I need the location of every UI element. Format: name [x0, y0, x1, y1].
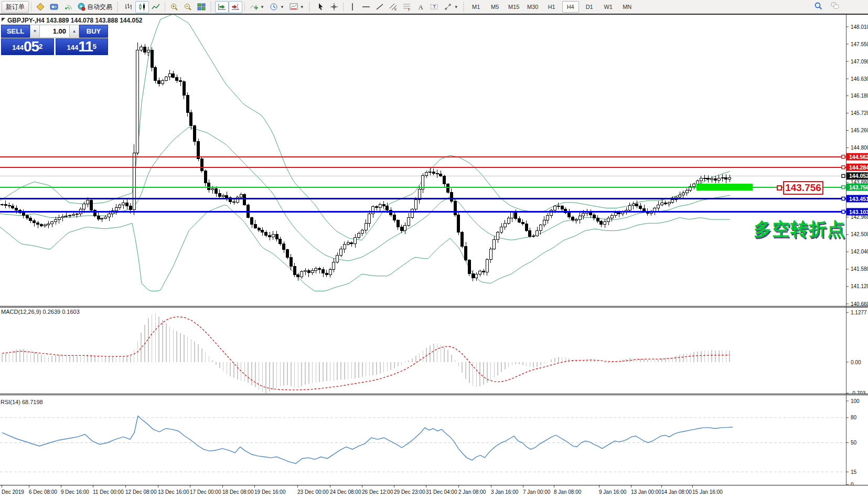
- svg-text:A: A: [418, 3, 423, 11]
- time-label: 14 Jan 08:00: [661, 489, 692, 495]
- indicators-icon: [250, 3, 258, 11]
- pane-separator[interactable]: [0, 394, 868, 394]
- pane-separator[interactable]: [0, 306, 868, 306]
- timeframe-M15[interactable]: M15: [506, 1, 522, 13]
- chart-bars-button[interactable]: [122, 1, 135, 13]
- bollinger-lower-band[interactable]: [0, 205, 730, 291]
- text-tool-button[interactable]: A: [414, 1, 427, 13]
- equidistant-channel-button[interactable]: E: [387, 1, 400, 13]
- buy-price[interactable]: 144115: [56, 38, 109, 55]
- buy-button[interactable]: BUY: [79, 25, 108, 38]
- rsi-tick: 100: [851, 398, 860, 404]
- sell-button[interactable]: SELL: [1, 25, 30, 38]
- time-tick: [29, 485, 29, 488]
- toolbar-separator: [244, 2, 245, 12]
- time-tick: [631, 485, 631, 488]
- svg-text:T: T: [433, 4, 436, 9]
- main-chart-pane[interactable]: 148.010147.550147.090146.630146.180145.7…: [0, 15, 868, 306]
- search-icon[interactable]: [814, 2, 822, 10]
- rsi-tick: 15: [851, 469, 857, 475]
- trendline-button[interactable]: [373, 1, 387, 13]
- templates-icon: [290, 3, 298, 11]
- price-tick: 147.550: [851, 41, 868, 47]
- signals-button[interactable]: [61, 1, 74, 13]
- sell-price-figure: 144: [12, 41, 24, 54]
- macd-signal-line[interactable]: [2, 317, 730, 390]
- chart-context-arrow-icon[interactable]: [2, 18, 5, 22]
- arrows-button[interactable]: ▼: [441, 1, 461, 13]
- time-label: 13 Jan 00:00: [631, 489, 661, 495]
- vertical-line-icon: [348, 3, 357, 11]
- bollinger-upper-band[interactable]: [0, 15, 730, 240]
- macd-tick: 0.00: [851, 359, 861, 365]
- fibonacci-button[interactable]: F: [400, 1, 414, 13]
- mt4-window: 新订单 自动交易 ▼ ▼ ▼ E F A T ▼: [0, 0, 868, 497]
- indicators-button[interactable]: ▼: [247, 1, 267, 13]
- zoom-out-button[interactable]: [181, 1, 195, 13]
- volume-increase-button[interactable]: ▲: [69, 25, 79, 38]
- timeframe-H1[interactable]: H1: [543, 1, 560, 13]
- time-tick: [692, 485, 693, 488]
- price-box-annotation[interactable]: 143.756: [783, 181, 823, 195]
- volume-decrease-button[interactable]: ▼: [30, 25, 40, 38]
- crosshair-button[interactable]: [327, 1, 341, 13]
- horizontal-line-button[interactable]: [359, 1, 373, 13]
- timeframe-MN[interactable]: MN: [619, 1, 636, 13]
- auto-scroll-button[interactable]: [215, 1, 229, 13]
- turning-point-annotation[interactable]: 多空转折点: [754, 217, 845, 241]
- rsi-line[interactable]: [2, 416, 733, 464]
- profiles-icon: [50, 3, 58, 11]
- time-label: 3 Jan 16:00: [491, 489, 518, 495]
- time-axis[interactable]: Dec 20196 Dec 08:009 Dec 16:0011 Dec 00:…: [0, 485, 868, 497]
- cursor-button[interactable]: [314, 1, 327, 13]
- chart-bars-icon: [124, 3, 133, 11]
- buy-price-figure: 144: [67, 41, 78, 54]
- price-box-marker: [777, 185, 782, 191]
- price-tick: 141.580: [851, 266, 868, 272]
- macd-histogram: [2, 313, 730, 393]
- chart-shift-button[interactable]: [229, 1, 242, 13]
- timeframe-M5[interactable]: M5: [487, 1, 503, 13]
- toolbar-grip: [309, 2, 312, 12]
- templates-button[interactable]: ▼: [287, 1, 307, 13]
- timeframe-D1[interactable]: D1: [581, 1, 598, 13]
- time-label: Dec 2019: [2, 489, 24, 495]
- price-tick: 146.180: [851, 93, 868, 99]
- sell-price-point: 2: [39, 39, 42, 55]
- volume-input[interactable]: [40, 25, 69, 37]
- timeframe-M1[interactable]: M1: [468, 1, 485, 13]
- autotrading-button[interactable]: 自动交易: [74, 1, 115, 13]
- time-tick: [190, 485, 190, 488]
- chat-icon[interactable]: [831, 2, 839, 10]
- new-order-button[interactable]: 新订单: [2, 1, 29, 13]
- bollinger-middle-band[interactable]: [0, 127, 730, 261]
- crosshair-icon: [330, 3, 338, 11]
- timeframe-W1[interactable]: W1: [600, 1, 617, 13]
- chart-line-button[interactable]: [149, 1, 163, 13]
- svg-text:E: E: [394, 7, 397, 11]
- text-label-button[interactable]: T: [427, 1, 441, 13]
- zoom-in-icon: [170, 3, 178, 11]
- chart-candles-button[interactable]: [135, 1, 149, 13]
- sell-price[interactable]: 144052: [1, 38, 54, 55]
- rsi-tick: 50: [851, 440, 857, 446]
- timeframe-H4[interactable]: H4: [562, 1, 579, 13]
- time-tick: [158, 485, 158, 488]
- horizontal-line-icon: [362, 3, 370, 11]
- macd-pane[interactable]: 1.12770.00-0.703: [0, 308, 868, 394]
- candles: [1, 43, 731, 281]
- tile-windows-button[interactable]: [195, 1, 208, 13]
- periods-button[interactable]: ▼: [267, 1, 287, 13]
- time-label: 23 Dec 00:00: [297, 489, 329, 495]
- profiles-button[interactable]: [47, 1, 61, 13]
- zoom-in-button[interactable]: [167, 1, 181, 13]
- rsi-pane[interactable]: 1008050150: [0, 395, 868, 485]
- new-chart-button[interactable]: [34, 1, 47, 13]
- green-zone[interactable]: [696, 184, 753, 191]
- price-label: 143.451: [849, 196, 868, 202]
- price-axis-border: [846, 15, 846, 485]
- time-tick: [125, 485, 126, 488]
- toolbar-grip: [210, 2, 213, 12]
- vertical-line-button[interactable]: [346, 1, 359, 13]
- timeframe-M30[interactable]: M30: [524, 1, 541, 13]
